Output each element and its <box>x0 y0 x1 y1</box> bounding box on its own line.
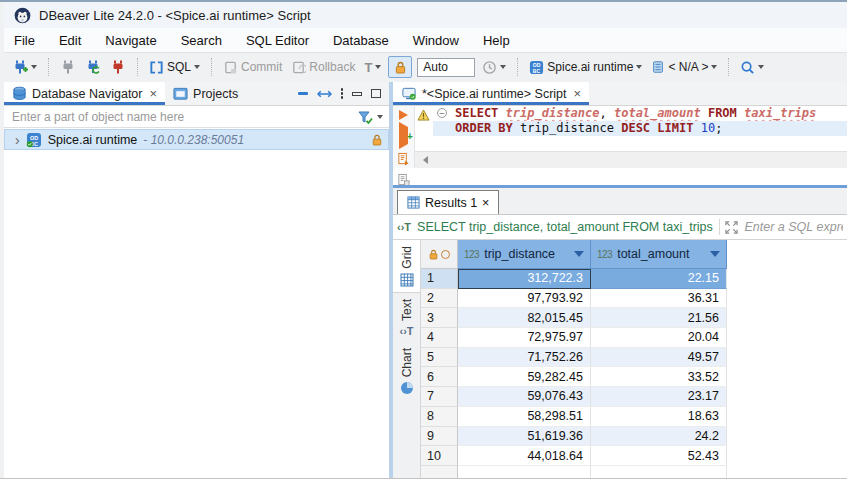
search-caret[interactable] <box>758 65 764 69</box>
menu-file[interactable]: File <box>14 33 35 48</box>
row-number[interactable]: 1 <box>421 269 458 289</box>
editor-horizontal-scrollbar[interactable] <box>415 151 847 168</box>
sort-desc-icon[interactable] <box>710 251 720 257</box>
connection-tree-item[interactable]: › ODBC Spice.ai runtime - 10.0.0.238:500… <box>4 129 389 150</box>
cell-trip-distance[interactable]: 58,298.51 <box>458 407 591 427</box>
tab-projects[interactable]: Projects <box>165 82 246 105</box>
row-number[interactable]: 7 <box>421 387 458 407</box>
sort-desc-icon[interactable] <box>574 251 584 257</box>
cell-total-amount[interactable]: 21.56 <box>591 308 727 328</box>
close-icon[interactable]: × <box>149 86 157 101</box>
cell-total-amount[interactable]: 20.04 <box>591 328 727 348</box>
commit-button[interactable]: Commit <box>221 58 284 77</box>
cell-total-amount[interactable]: 33.52 <box>591 367 727 387</box>
maximize-view-icon[interactable] <box>371 89 381 98</box>
sql-editor-caret[interactable] <box>194 65 200 69</box>
row-number[interactable]: 3 <box>421 308 458 328</box>
grid-corner-cell[interactable] <box>421 240 458 269</box>
commit-mode-combo[interactable]: Auto <box>417 58 475 77</box>
filter-caret[interactable] <box>377 115 383 119</box>
cell-total-amount[interactable]: 24.2 <box>591 427 727 447</box>
table-row[interactable]: 1 312,722.3 22.15 <box>421 269 847 289</box>
cell-trip-distance[interactable]: 82,015.45 <box>458 308 591 328</box>
results-filter-input[interactable]: Enter a SQL expression to <box>744 220 843 234</box>
tab-sql-script[interactable]: *<Spice.ai runtime> Script × <box>393 82 589 105</box>
transaction-mode-caret[interactable] <box>375 65 381 69</box>
cell-trip-distance[interactable]: 59,076.43 <box>458 387 591 407</box>
table-row[interactable]: 9 51,619.36 24.2 <box>421 427 847 447</box>
row-number[interactable]: 2 <box>421 289 458 309</box>
cell-total-amount[interactable]: 49.57 <box>591 348 727 368</box>
cell-total-amount[interactable]: 52.43 <box>591 446 727 466</box>
disconnect-button[interactable] <box>108 57 128 77</box>
cell-total-amount[interactable]: 18.63 <box>591 407 727 427</box>
table-row[interactable]: 7 59,076.43 23.17 <box>421 387 847 407</box>
table-row[interactable]: 6 59,282.45 33.52 <box>421 367 847 387</box>
expander-chevron-icon[interactable]: › <box>15 135 20 145</box>
autocommit-lock-toggle[interactable] <box>388 56 412 78</box>
transaction-log-caret[interactable] <box>500 65 506 69</box>
row-number[interactable]: 9 <box>421 427 458 447</box>
menu-database[interactable]: Database <box>333 33 389 48</box>
column-header-trip-distance[interactable]: 123 trip_distance <box>458 240 591 269</box>
cell-total-amount[interactable]: 23.17 <box>591 387 727 407</box>
collapse-all-icon[interactable] <box>298 92 308 95</box>
transaction-mode-button[interactable]: T <box>362 58 383 77</box>
row-number[interactable]: 6 <box>421 367 458 387</box>
menu-sql-editor[interactable]: SQL Editor <box>246 33 309 48</box>
object-filter-input[interactable] <box>12 110 357 124</box>
new-connection-button[interactable] <box>10 57 39 77</box>
tab-chart[interactable]: Chart <box>393 342 420 400</box>
cell-trip-distance[interactable]: 72,975.97 <box>458 328 591 348</box>
tab-grid[interactable]: Grid <box>393 240 420 293</box>
close-icon[interactable]: × <box>482 196 489 210</box>
execute-new-tab-icon[interactable]: + <box>399 127 408 145</box>
cell-trip-distance[interactable]: 51,619.36 <box>458 427 591 447</box>
expand-filter-icon[interactable] <box>725 221 738 234</box>
scroll-left-icon[interactable] <box>423 156 428 164</box>
row-number[interactable]: 4 <box>421 328 458 348</box>
search-button[interactable] <box>738 58 766 77</box>
reconnect-button[interactable] <box>83 57 103 77</box>
transaction-log-button[interactable] <box>480 58 508 77</box>
table-row[interactable]: 4 72,975.97 20.04 <box>421 328 847 348</box>
row-number[interactable]: 8 <box>421 407 458 427</box>
menu-navigate[interactable]: Navigate <box>105 33 156 48</box>
cell-trip-distance[interactable]: 71,752.26 <box>458 348 591 368</box>
table-row[interactable]: 3 82,015.45 21.56 <box>421 308 847 328</box>
cell-trip-distance[interactable]: 59,282.45 <box>458 367 591 387</box>
cell-total-amount[interactable]: 36.31 <box>591 289 727 309</box>
close-icon[interactable]: × <box>574 86 582 101</box>
active-schema-selector[interactable]: < N/A > <box>649 58 719 76</box>
menu-help[interactable]: Help <box>483 33 510 48</box>
link-editor-icon[interactable] <box>317 89 332 99</box>
cell-trip-distance[interactable]: 44,018.64 <box>458 446 591 466</box>
fold-collapse-icon[interactable]: − <box>437 108 447 118</box>
table-row[interactable]: 10 44,018.64 52.43 <box>421 446 847 466</box>
menu-edit[interactable]: Edit <box>59 33 81 48</box>
connect-button[interactable] <box>58 57 78 77</box>
new-connection-caret[interactable] <box>31 65 37 69</box>
active-connection-selector[interactable]: ODBC Spice.ai runtime <box>527 58 644 77</box>
tab-results-1[interactable]: Results 1 × <box>397 190 499 214</box>
execute-script-icon[interactable] <box>397 152 410 166</box>
table-row[interactable]: 2 97,793.92 36.31 <box>421 289 847 309</box>
minimize-view-icon[interactable] <box>352 92 362 96</box>
table-row[interactable]: 5 71,752.26 49.57 <box>421 348 847 368</box>
filter-funnel-icon[interactable] <box>357 109 373 125</box>
tab-text[interactable]: Text ‹›T <box>393 293 420 342</box>
sql-editor-button[interactable]: SQL <box>147 58 202 77</box>
row-number[interactable]: 5 <box>421 348 458 368</box>
rollback-button[interactable]: Rollback <box>289 58 357 77</box>
menu-window[interactable]: Window <box>413 33 459 48</box>
column-header-total-amount[interactable]: 123 total_amount <box>591 240 727 269</box>
active-schema-caret[interactable] <box>711 65 717 69</box>
table-row[interactable]: 8 58,298.51 18.63 <box>421 407 847 427</box>
active-connection-caret[interactable] <box>636 65 642 69</box>
execute-statement-icon[interactable] <box>399 110 408 120</box>
tab-database-navigator[interactable]: Database Navigator × <box>4 82 165 105</box>
cell-trip-distance[interactable]: 312,722.3 <box>458 269 591 289</box>
view-menu-icon[interactable] <box>341 88 344 99</box>
row-number[interactable]: 10 <box>421 446 458 466</box>
menu-search[interactable]: Search <box>181 33 222 48</box>
